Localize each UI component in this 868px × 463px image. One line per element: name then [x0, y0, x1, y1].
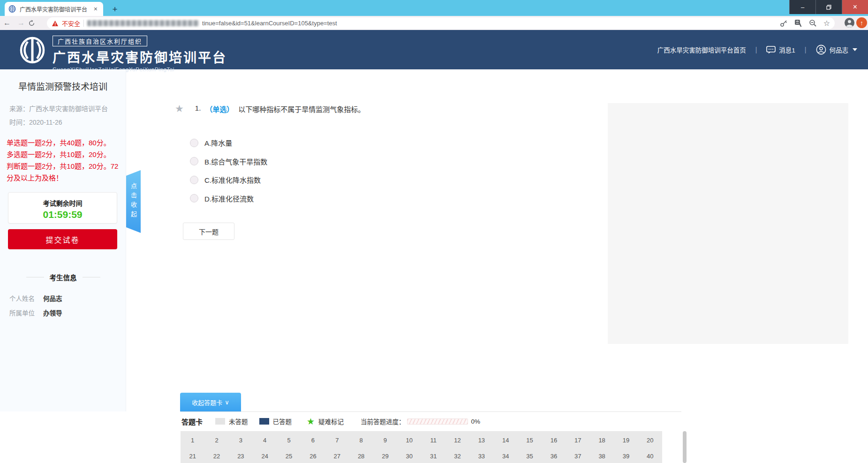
- nav-home-link[interactable]: 广西水旱灾害防御培训平台首页: [657, 45, 746, 54]
- brand-block: 广西壮族自治区水利厅组织 广西水旱灾害防御培训平台 GuangXiShuiHan…: [53, 36, 227, 72]
- back-button[interactable]: ←: [0, 19, 14, 27]
- question-number-cell[interactable]: 26: [301, 453, 325, 460]
- flagged-star-icon: ★: [307, 417, 315, 426]
- scoring-rules: 单选题一题2分，共40题，80分。 多选题一题2分，共10题，20分。 判断题一…: [7, 137, 119, 184]
- question-number-grid: 1 2 3 4 5 6 7 8 9 10 11 12 13 14 15 16 1…: [181, 431, 662, 463]
- bookmark-star-icon[interactable]: ☆: [823, 20, 830, 27]
- question-number-cell[interactable]: 15: [518, 437, 542, 444]
- question-number-cell[interactable]: 10: [397, 437, 421, 444]
- window-minimize-button[interactable]: –: [789, 0, 815, 14]
- browser-update-button[interactable]: ↑: [856, 17, 867, 28]
- answer-option[interactable]: B.综合气象干旱指数: [190, 154, 267, 169]
- flag-question-star-icon[interactable]: ★: [175, 104, 184, 113]
- question-number-cell[interactable]: 4: [253, 437, 277, 444]
- question-number-cell[interactable]: 18: [590, 437, 614, 444]
- question-number-cell[interactable]: 7: [325, 437, 349, 444]
- progress-value: 0%: [471, 418, 481, 425]
- radio-button[interactable]: [190, 176, 198, 184]
- question-number-cell[interactable]: 33: [469, 453, 493, 460]
- question-number-cell[interactable]: 40: [638, 453, 662, 460]
- new-tab-button[interactable]: +: [109, 3, 121, 15]
- unanswered-label: 未答题: [229, 417, 248, 426]
- platform-logo-icon: [18, 35, 47, 64]
- window-restore-button[interactable]: [815, 0, 842, 14]
- submit-exam-button[interactable]: 提交试卷: [8, 229, 117, 249]
- collapse-answer-card-button[interactable]: 收起答题卡 ∨: [180, 393, 241, 411]
- question-number-cell[interactable]: 36: [542, 453, 566, 460]
- answer-card-header: 答题卡 未答题 已答题 ★ 疑难标记 当前答题进度： 0%: [181, 415, 480, 427]
- media-panel: [608, 103, 848, 344]
- question-number-cell[interactable]: 25: [277, 453, 301, 460]
- address-bar[interactable]: 不安全 tinue=false&id=51&learnCourseID=105&…: [47, 17, 835, 29]
- question-number-cell[interactable]: 30: [397, 453, 421, 460]
- collapse-sidebar-ribbon[interactable]: 点击收起: [126, 170, 141, 233]
- nav-divider: |: [753, 46, 760, 53]
- forward-button[interactable]: →: [14, 19, 28, 27]
- flagged-label: 疑难标记: [318, 417, 344, 426]
- question-number-cell[interactable]: 24: [253, 453, 277, 460]
- question-number-cell[interactable]: 32: [445, 453, 469, 460]
- radio-button[interactable]: [190, 194, 198, 202]
- option-label: B.综合气象干旱指数: [204, 157, 267, 166]
- panel-divider: [181, 411, 681, 412]
- answered-label: 已答题: [273, 417, 292, 426]
- question-number-cell[interactable]: 19: [614, 437, 638, 444]
- window-close-button[interactable]: ×: [842, 0, 868, 14]
- question-number-cell[interactable]: 9: [373, 437, 397, 444]
- question-number-cell[interactable]: 34: [494, 453, 518, 460]
- question-number-cell[interactable]: 5: [277, 437, 301, 444]
- next-question-button[interactable]: 下一题: [183, 223, 234, 240]
- browser-window: 广西水旱灾害防御培训平台 × + – × ← →: [0, 0, 868, 463]
- question-number-cell[interactable]: 2: [204, 437, 228, 444]
- messages-link[interactable]: 消息1: [766, 45, 795, 54]
- question-number-cell[interactable]: 27: [325, 453, 349, 460]
- question-number-cell[interactable]: 16: [542, 437, 566, 444]
- question-number-cell[interactable]: 3: [229, 437, 253, 444]
- chevron-down-icon: ∨: [225, 399, 229, 406]
- question-number-cell[interactable]: 17: [566, 437, 590, 444]
- browser-profile-avatar[interactable]: [844, 17, 855, 28]
- omnibox-icons: ☆: [780, 19, 830, 27]
- question-number-cell[interactable]: 8: [349, 437, 373, 444]
- question-number-cell[interactable]: 29: [373, 453, 397, 460]
- course-date: 时间：2020-11-26: [9, 117, 126, 127]
- reload-button[interactable]: [28, 20, 42, 27]
- question-number-cell[interactable]: 35: [518, 453, 542, 460]
- question-number-cell[interactable]: 13: [469, 437, 493, 444]
- question-number-cell[interactable]: 14: [494, 437, 518, 444]
- question-number-cell[interactable]: 38: [590, 453, 614, 460]
- translate-icon[interactable]: [794, 19, 802, 27]
- question-number-cell[interactable]: 20: [638, 437, 662, 444]
- username-label: 何品志: [830, 45, 849, 54]
- message-icon: [766, 46, 776, 54]
- url-separator: [83, 20, 84, 27]
- answer-option[interactable]: A.降水量: [190, 135, 267, 150]
- question-number-cell[interactable]: 12: [445, 437, 469, 444]
- question-number-cell[interactable]: 37: [566, 453, 590, 460]
- question-number-cell[interactable]: 6: [301, 437, 325, 444]
- option-label: C.标准化降水指数: [204, 175, 261, 185]
- zoom-out-icon[interactable]: [809, 19, 817, 27]
- question-number-cell[interactable]: 28: [349, 453, 373, 460]
- name-label: 个人姓名: [9, 293, 35, 303]
- user-menu[interactable]: 何品志: [816, 45, 858, 55]
- answer-option[interactable]: D.标准化径流数: [190, 191, 267, 206]
- question-number-cell[interactable]: 1: [181, 437, 204, 444]
- question-number-cell[interactable]: 31: [421, 453, 445, 460]
- question-number-cell[interactable]: 21: [181, 453, 204, 460]
- tab-close-icon[interactable]: ×: [92, 5, 99, 13]
- reload-icon: [28, 20, 35, 27]
- redacted-url-segment: [87, 20, 199, 26]
- question-number-cell[interactable]: 39: [614, 453, 638, 460]
- radio-button[interactable]: [190, 157, 198, 165]
- radio-button[interactable]: [190, 139, 198, 147]
- question-number-cell[interactable]: 23: [229, 453, 253, 460]
- browser-tab[interactable]: 广西水旱灾害防御培训平台 ×: [5, 2, 103, 16]
- password-key-icon[interactable]: [780, 19, 788, 27]
- url-text: tinue=false&id=51&learnCourseID=105&type…: [202, 20, 777, 27]
- answer-card-title: 答题卡: [181, 417, 203, 426]
- answer-option[interactable]: C.标准化降水指数: [190, 172, 267, 187]
- question-number-cell[interactable]: 11: [421, 437, 445, 444]
- scrollbar-thumb[interactable]: [683, 431, 687, 463]
- question-number-cell[interactable]: 22: [204, 453, 228, 460]
